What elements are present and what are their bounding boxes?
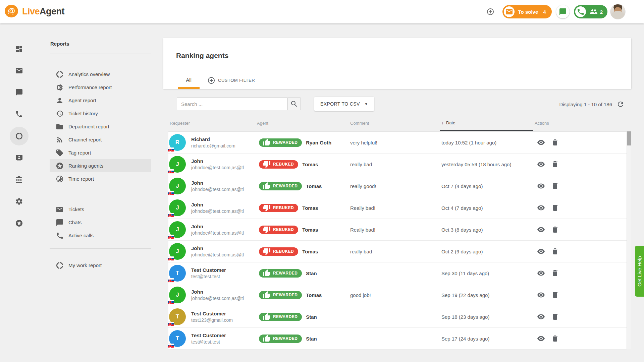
- table-row[interactable]: T Test Customer test123@gmail.com REWARD…: [168, 306, 627, 328]
- badge-label: REWARDED: [273, 271, 298, 276]
- rail-calls-button[interactable]: [10, 105, 29, 124]
- agent-name: Stan: [306, 336, 317, 342]
- avatar: J: [169, 156, 186, 173]
- delete-button[interactable]: [551, 203, 559, 212]
- sidebar-item-label: Tickets: [68, 206, 84, 212]
- date: Oct 4 (7 days ago): [440, 205, 533, 211]
- avatar-letter: R: [175, 139, 179, 146]
- requester-name: Richard: [191, 136, 235, 143]
- sidebar-item-analytics-overview[interactable]: Analytics overview: [50, 68, 151, 81]
- date: Sep 19 (22 days ago): [440, 292, 533, 298]
- delete-button[interactable]: [551, 247, 559, 256]
- column-comment[interactable]: Comment: [349, 116, 440, 131]
- table-row[interactable]: R Richard richard.c@gmail.com REWARDED R…: [168, 132, 627, 154]
- search-input[interactable]: [177, 98, 287, 110]
- scrollbar-thumb[interactable]: [627, 131, 631, 145]
- column-actions[interactable]: Actions: [533, 116, 627, 131]
- delete-button[interactable]: [551, 334, 559, 343]
- thumb-down-icon: [263, 226, 271, 234]
- slovakia-flag-icon: [168, 256, 174, 260]
- liveagent-logo[interactable]: LiveAgent: [5, 4, 64, 18]
- view-button[interactable]: [537, 203, 545, 212]
- table-row[interactable]: J John johndoe@test.com,as@tl REWARDED T…: [168, 175, 627, 197]
- view-button[interactable]: [537, 225, 545, 234]
- sidebar-item-ticket-history[interactable]: Ticket history: [50, 107, 151, 120]
- trash-icon: [551, 269, 559, 277]
- to-solve-button[interactable]: To solve 4: [502, 5, 552, 18]
- badge-label: REBUKED: [273, 249, 294, 254]
- comment: really bad: [349, 162, 440, 167]
- search-button[interactable]: [287, 98, 301, 110]
- chevron-down-icon: ▼: [365, 102, 368, 106]
- badge-label: REWARDED: [273, 336, 298, 341]
- agent-name: Stan: [306, 270, 317, 276]
- rail-billing-button[interactable]: [10, 170, 29, 189]
- rail-settings-button[interactable]: [10, 192, 29, 211]
- requester-cell: R Richard richard.c@gmail.com: [168, 134, 256, 151]
- calls-button[interactable]: 2: [574, 5, 607, 18]
- tab-all[interactable]: All: [178, 73, 200, 89]
- tab-custom-filter[interactable]: CUSTOM FILTER: [207, 73, 255, 89]
- rail-tickets-button[interactable]: [10, 61, 29, 80]
- view-button[interactable]: [537, 312, 545, 321]
- view-button[interactable]: [537, 269, 545, 278]
- requester-name: John: [191, 223, 244, 230]
- table-row[interactable]: T Test Customer test@test.test REWARDED …: [168, 328, 627, 350]
- comment: good job!: [349, 292, 440, 298]
- table-row[interactable]: J John johndoe@test.com,as@tl REBUKED To…: [168, 219, 627, 241]
- delete-button[interactable]: [551, 182, 559, 190]
- reports-nav-list: Analytics overview Performance report Ag…: [50, 68, 151, 185]
- rail-reports-button[interactable]: [10, 127, 29, 145]
- get-live-help-button[interactable]: Get Live Help: [635, 246, 644, 297]
- rail-chats-button[interactable]: [10, 83, 29, 102]
- chats-button[interactable]: [556, 5, 570, 18]
- view-button[interactable]: [537, 291, 545, 299]
- add-button[interactable]: [484, 5, 497, 18]
- delete-button[interactable]: [551, 291, 559, 299]
- star-circle-icon: [56, 162, 64, 170]
- view-button[interactable]: [537, 247, 545, 256]
- table-row[interactable]: J John johndoe@test.com,as@tl REBUKED To…: [168, 241, 627, 262]
- refresh-button[interactable]: [616, 100, 625, 108]
- eye-icon: [537, 269, 545, 277]
- sidebar-item-label: Tag report: [68, 150, 91, 156]
- view-button[interactable]: [537, 160, 545, 169]
- sidebar-item-time-report[interactable]: Time report: [50, 172, 151, 185]
- column-requester[interactable]: Requester: [168, 116, 256, 131]
- table-row[interactable]: T Test Customer test@test.test REWARDED …: [168, 262, 627, 284]
- rail-gamification-button[interactable]: [10, 214, 29, 233]
- delete-button[interactable]: [551, 312, 559, 321]
- sidebar-item-active-calls[interactable]: Active calls: [50, 229, 151, 242]
- table-scrollbar[interactable]: [627, 131, 631, 349]
- avatar: J: [169, 243, 186, 260]
- rating-badge: REWARDED: [259, 138, 302, 147]
- delete-button[interactable]: [551, 269, 559, 278]
- sidebar-item-tickets[interactable]: Tickets: [50, 203, 151, 216]
- sidebar-item-channel-report[interactable]: Channel report: [50, 133, 151, 146]
- sidebar-item-agent-report[interactable]: Agent report: [50, 94, 151, 107]
- view-button[interactable]: [537, 182, 545, 190]
- view-button[interactable]: [537, 334, 545, 343]
- delete-button[interactable]: [551, 225, 559, 234]
- delete-button[interactable]: [551, 138, 559, 147]
- view-button[interactable]: [537, 138, 545, 147]
- sidebar-item-department-report[interactable]: Department report: [50, 120, 151, 133]
- sidebar-item-tag-report[interactable]: Tag report: [50, 146, 151, 159]
- table-row[interactable]: J John johndoe@test.com,as@tl REWARDED T…: [168, 284, 627, 306]
- sidebar-item-performance-report[interactable]: Performance report: [50, 81, 151, 94]
- requester-name: John: [191, 201, 244, 208]
- sidebar-item-chats[interactable]: Chats: [50, 216, 151, 229]
- rail-contacts-button[interactable]: [10, 148, 29, 167]
- date: Sep 30 (11 days ago): [440, 270, 533, 276]
- sidebar-item-my-work-report[interactable]: My work report: [50, 259, 151, 272]
- table-row[interactable]: J John johndoe@test.com,as@tl REBUKED To…: [168, 154, 627, 175]
- delete-button[interactable]: [551, 160, 559, 169]
- export-to-csv-button[interactable]: EXPORT TO CSV ▼: [314, 97, 374, 111]
- sidebar-item-ranking-agents[interactable]: Ranking agents: [50, 159, 151, 172]
- user-avatar[interactable]: [610, 4, 626, 19]
- table-row[interactable]: J John johndoe@test.com,as@tl REBUKED To…: [168, 197, 627, 219]
- badge-label: REWARDED: [273, 184, 298, 188]
- column-agent[interactable]: Agent: [256, 116, 349, 131]
- rail-dashboard-button[interactable]: [10, 40, 29, 58]
- column-date[interactable]: Date: [440, 116, 533, 131]
